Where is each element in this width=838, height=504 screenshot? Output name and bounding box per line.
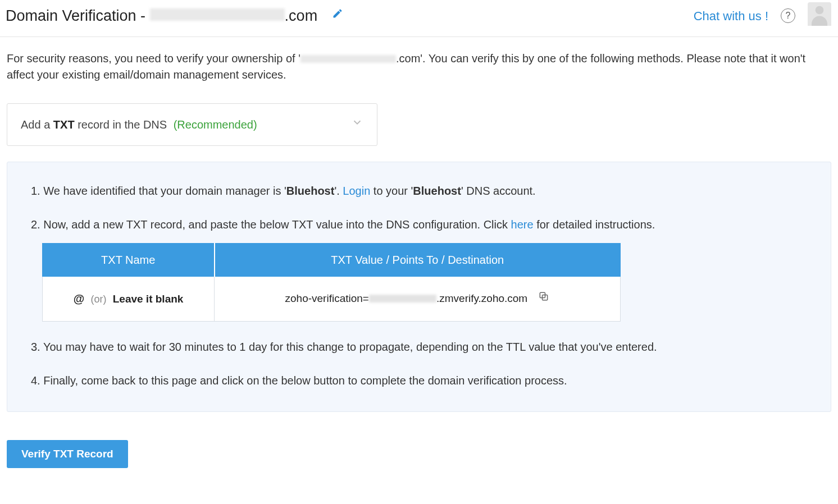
or-text: (or) — [90, 294, 106, 305]
txt-value-prefix: zoho-verification= — [285, 292, 369, 304]
cell-txt-value: zoho-verification=.zmverify.zoho.com — [215, 277, 621, 322]
th-txt-value: TXT Value / Points To / Destination — [215, 244, 621, 277]
s2-pre: 2. Now, add a new TXT record, and paste … — [31, 218, 511, 231]
method-post: record in the DNS — [75, 118, 167, 131]
s1-pre: 1. We have identified that your domain m… — [31, 185, 286, 197]
help-button[interactable]: ? — [781, 8, 795, 23]
redacted-domain — [150, 8, 285, 21]
verify-txt-record-button[interactable]: Verify TXT Record — [7, 440, 128, 468]
title-suffix: .com — [285, 7, 318, 24]
method-pre: Add a — [21, 118, 53, 131]
redacted-code — [369, 295, 436, 303]
step-3: 3. You may have to wait for 30 minutes t… — [31, 338, 807, 355]
instructions-panel: 1. We have identified that your domain m… — [7, 162, 831, 412]
txt-value-suffix: .zmverify.zoho.com — [436, 292, 527, 304]
step-1: 1. We have identified that your domain m… — [31, 182, 807, 199]
method-recommended: (Recommended) — [174, 118, 257, 131]
s1-mid: '. — [334, 185, 343, 197]
s1-post: ' DNS account. — [461, 185, 536, 197]
copy-icon — [538, 291, 549, 307]
verification-method-dropdown[interactable]: Add a TXT record in the DNS (Recommended… — [7, 103, 377, 146]
question-icon: ? — [786, 9, 791, 22]
th-txt-name: TXT Name — [43, 244, 215, 277]
table-row: @ (or) Leave it blank zoho-verification=… — [43, 277, 621, 322]
edit-button[interactable] — [332, 8, 343, 24]
svg-point-0 — [816, 6, 824, 15]
copy-button[interactable] — [538, 291, 549, 307]
method-bold: TXT — [53, 118, 75, 131]
intro-text: For security reasons, you need to verify… — [7, 51, 831, 83]
pencil-icon — [332, 8, 343, 24]
redacted-domain-inline — [300, 55, 396, 63]
step-4: 4. Finally, come back to this page and c… — [31, 372, 807, 389]
s2-post: for detailed instructions. — [534, 218, 655, 231]
dropdown-label: Add a TXT record in the DNS (Recommended… — [21, 116, 257, 133]
at-symbol: @ — [74, 292, 85, 305]
s1-provider2: Bluehost — [413, 185, 461, 197]
login-link[interactable]: Login — [343, 185, 370, 197]
chevron-down-icon — [351, 116, 363, 134]
leave-blank-text: Leave it blank — [113, 293, 184, 305]
avatar[interactable] — [808, 2, 831, 26]
step-2: 2. Now, add a new TXT record, and paste … — [31, 216, 807, 322]
cell-txt-name: @ (or) Leave it blank — [43, 277, 215, 322]
intro-prefix: For security reasons, you need to verify… — [7, 52, 300, 65]
s1-provider: Bluehost — [286, 185, 335, 197]
s1-mid2: to your ' — [370, 185, 413, 197]
user-silhouette-icon — [808, 16, 831, 26]
title-prefix: Domain Verification - — [6, 7, 150, 24]
chat-link[interactable]: Chat with us ! — [694, 7, 768, 25]
page-title: Domain Verification - .com — [6, 4, 317, 28]
txt-record-table: TXT Name TXT Value / Points To / Destina… — [42, 243, 621, 322]
here-link[interactable]: here — [511, 218, 534, 231]
